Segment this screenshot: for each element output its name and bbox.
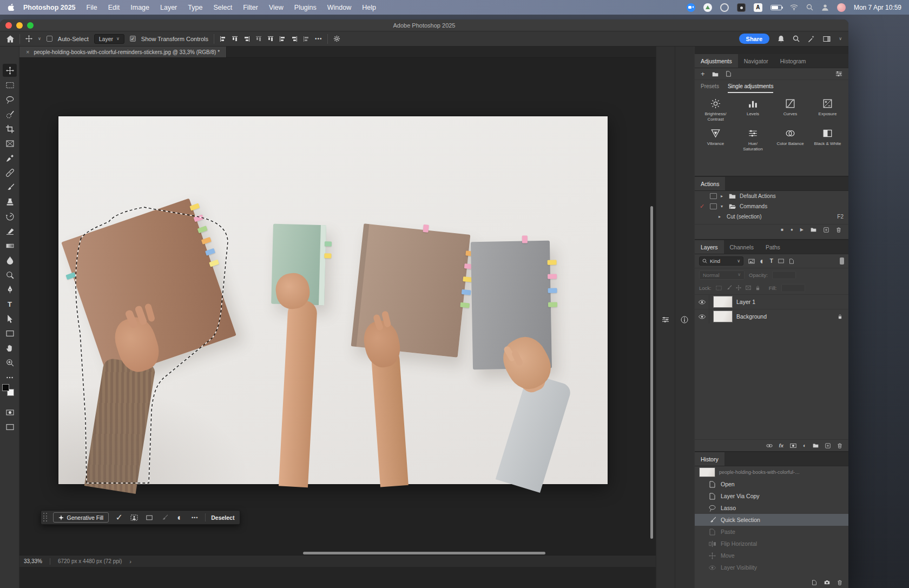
menu-edit[interactable]: Edit: [108, 4, 120, 11]
new-document-from-state-icon[interactable]: [812, 579, 817, 585]
tool-quick-selection[interactable]: [3, 108, 17, 121]
new-snapshot-camera-icon[interactable]: [824, 579, 830, 585]
notifications-bell-icon[interactable]: [778, 35, 785, 42]
status-chevron-icon[interactable]: ›: [129, 558, 131, 565]
document-tab[interactable]: × people-holding-books-with-colorful-rem…: [19, 47, 227, 57]
menu-layer[interactable]: Layer: [160, 4, 177, 11]
handoff-icon[interactable]: [720, 3, 729, 12]
tool-rectangle[interactable]: [3, 327, 17, 340]
menubar-clock[interactable]: Mon 7 Apr 10:59: [854, 4, 901, 11]
menu-plugins[interactable]: Plugins: [294, 4, 317, 11]
subtab-single-adjustments[interactable]: Single adjustments: [728, 80, 774, 93]
add-adjustment-icon[interactable]: +: [701, 70, 705, 77]
new-set-folder-icon[interactable]: [811, 227, 816, 233]
auto-select-checkbox[interactable]: [47, 36, 52, 42]
tab-navigator[interactable]: Navigator: [738, 54, 774, 68]
lock-position-icon[interactable]: [736, 285, 741, 290]
align-middle-icon[interactable]: [279, 36, 286, 42]
menu-photoshop[interactable]: Photoshop 2025: [23, 4, 76, 11]
apple-menu-icon[interactable]: [8, 4, 15, 11]
tool-pen[interactable]: [3, 283, 17, 296]
adjustment-color-balance[interactable]: Color Balance: [772, 129, 809, 151]
filter-type-layers-icon[interactable]: T: [770, 258, 773, 264]
menu-window[interactable]: Window: [327, 4, 351, 11]
workspace-switcher-icon[interactable]: [823, 35, 831, 43]
tool-spot-healing-brush[interactable]: [3, 166, 17, 179]
deselect-button[interactable]: Deselect: [211, 514, 234, 521]
delete-state-trash-icon[interactable]: [837, 579, 842, 585]
filter-adjustment-layers-icon[interactable]: ◐: [760, 256, 765, 266]
tab-paths[interactable]: Paths: [760, 240, 786, 254]
delete-layer-trash-icon[interactable]: [837, 443, 842, 448]
adjustment-vibrance[interactable]: Vibrance: [697, 129, 734, 151]
chevron-down-icon[interactable]: ∨: [38, 37, 41, 41]
layer-thumbnail[interactable]: [714, 311, 732, 322]
feather-icon[interactable]: [160, 514, 169, 521]
commit-check-icon[interactable]: ✓: [114, 512, 124, 523]
avatar-icon[interactable]: [837, 3, 846, 12]
user-switch-icon[interactable]: [821, 4, 829, 11]
stop-icon[interactable]: ■: [781, 228, 783, 232]
tab-layers[interactable]: Layers: [695, 240, 724, 254]
layer-row-layer1[interactable]: Layer 1: [695, 294, 848, 309]
select-subject-icon[interactable]: [129, 514, 139, 521]
color-swatches[interactable]: [2, 383, 17, 399]
auto-select-mode-dropdown[interactable]: Layer ∨: [94, 34, 124, 44]
preview-app-icon[interactable]: [737, 3, 746, 12]
blend-mode-dropdown[interactable]: Normal ∨: [699, 270, 745, 280]
history-step-layer-visibility[interactable]: Layer Visibility: [695, 561, 848, 573]
close-tab-icon[interactable]: ×: [26, 49, 29, 55]
tool-gradient[interactable]: [3, 239, 17, 252]
tool-path-selection[interactable]: [3, 312, 17, 325]
new-group-folder-icon[interactable]: [813, 442, 819, 448]
tool-history-brush[interactable]: [3, 210, 17, 223]
search-icon[interactable]: [793, 35, 800, 42]
chevron-down-icon[interactable]: ∨: [839, 37, 842, 41]
expand-arrow-icon[interactable]: ▸: [719, 214, 723, 219]
action-set-default[interactable]: ▸ Default Actions: [695, 191, 848, 201]
properties-panel-icon[interactable]: [662, 51, 669, 588]
edit-toolbar-icon[interactable]: [3, 371, 17, 384]
menu-select[interactable]: Select: [213, 4, 232, 11]
screen-mode-button[interactable]: [3, 420, 17, 433]
trash-icon[interactable]: [836, 227, 841, 233]
new-layer-icon[interactable]: [825, 443, 831, 448]
action-toggle-checkbox[interactable]: [710, 203, 717, 209]
align-bottom-icon[interactable]: [291, 36, 298, 42]
lock-artboard-icon[interactable]: [746, 285, 751, 290]
wifi-icon[interactable]: [790, 3, 798, 11]
spotlight-search-icon[interactable]: [806, 4, 813, 11]
adjustment-exposure[interactable]: Exposure: [809, 99, 846, 122]
collapse-arrow-icon[interactable]: ▾: [721, 204, 725, 209]
menu-filter[interactable]: Filter: [243, 4, 258, 11]
battery-icon[interactable]: [770, 5, 782, 10]
layer-lock-icon[interactable]: [838, 314, 842, 319]
folder-icon[interactable]: [712, 71, 719, 77]
tab-actions[interactable]: Actions: [695, 177, 725, 190]
layer-thumbnail[interactable]: [714, 296, 732, 307]
align-center-icon[interactable]: [232, 36, 238, 42]
align-right-icon[interactable]: [243, 36, 250, 42]
action-toggle-checkbox[interactable]: [710, 193, 717, 199]
action-set-commands[interactable]: ✓ ▾ Commands: [695, 201, 848, 212]
history-step-open[interactable]: Open: [695, 478, 848, 490]
tool-zoom[interactable]: [3, 356, 17, 369]
tool-dodge[interactable]: [3, 268, 17, 281]
list-view-icon[interactable]: [835, 70, 842, 77]
tool-hand[interactable]: [3, 341, 17, 354]
adjustment-curves[interactable]: Curves: [772, 99, 809, 122]
new-adjustment-layer-icon[interactable]: ◐: [803, 442, 806, 448]
menu-view[interactable]: View: [269, 4, 284, 11]
new-action-icon[interactable]: [824, 227, 829, 233]
generative-fill-button[interactable]: Generative Fill: [53, 512, 109, 523]
vertical-scrollbar[interactable]: [650, 206, 653, 539]
discover-wand-icon[interactable]: [808, 35, 815, 42]
tool-eraser[interactable]: [3, 224, 17, 237]
history-step-flip-horizontal[interactable]: Flip Horizontal: [695, 538, 848, 550]
fill-field[interactable]: [781, 284, 805, 292]
adjustment-hue-saturation[interactable]: Hue/ Saturation: [734, 129, 772, 151]
link-layers-icon[interactable]: [766, 442, 773, 449]
tab-adjustments[interactable]: Adjustments: [695, 54, 738, 68]
more-icon[interactable]: •••: [190, 515, 200, 520]
history-step-quick-selection[interactable]: Quick Selection: [695, 514, 848, 526]
